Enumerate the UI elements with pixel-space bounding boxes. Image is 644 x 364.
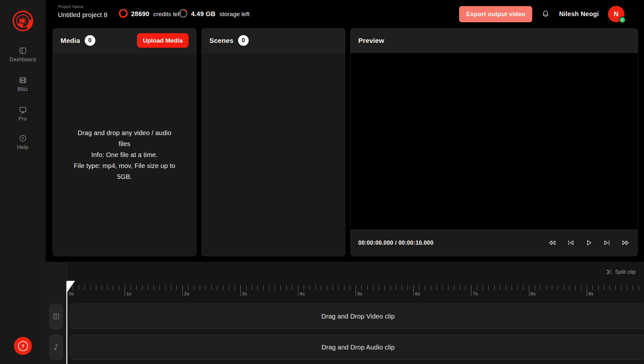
skip-end-button[interactable] <box>603 240 610 246</box>
ruler-tick <box>460 285 460 290</box>
ruler-tick <box>552 285 552 290</box>
video-editor-app: Dashboard Blitz <box>0 0 644 364</box>
ruler-tick <box>615 285 616 290</box>
ruler-tick <box>529 285 529 296</box>
ruler-tick <box>107 285 108 290</box>
rewind-button[interactable] <box>548 240 556 246</box>
ruler-tick <box>563 285 564 290</box>
upload-media-button[interactable]: Upload Media <box>137 33 188 48</box>
ruler-tick <box>96 285 96 290</box>
export-video-button[interactable]: Export output video <box>459 6 532 22</box>
ruler-tick <box>177 285 177 290</box>
question-icon: ? <box>18 341 28 351</box>
ruler-tick <box>165 285 166 290</box>
preview-panel-title: Preview <box>358 37 384 44</box>
sidebar-item-dashboard[interactable]: Dashboard <box>0 46 45 63</box>
notifications-bell-icon[interactable] <box>541 10 550 18</box>
play-button[interactable] <box>585 239 592 246</box>
audio-track-dropzone[interactable]: Drag and Drop Audio clip <box>70 335 644 360</box>
ruler-tick <box>488 285 489 290</box>
fast-forward-button[interactable] <box>621 240 630 246</box>
dropzone-line: Info: One file at a time. <box>72 149 178 160</box>
scenes-panel: Scenes 0 <box>201 28 345 256</box>
sidebar: Dashboard Blitz <box>0 0 45 364</box>
app-logo-icon[interactable] <box>12 10 34 33</box>
ruler-tick <box>344 285 344 290</box>
question-circle-icon: ? <box>19 134 27 143</box>
ruler-tick <box>569 285 570 290</box>
scenes-panel-header: Scenes 0 <box>202 28 345 53</box>
ruler-tick <box>610 285 610 290</box>
storage-meter: 4.49 GB storage left <box>178 0 250 28</box>
ruler-tick <box>419 285 419 290</box>
ruler-tick <box>304 285 304 290</box>
video-track-dropzone[interactable]: Drag and Drop Video clip <box>70 304 644 329</box>
ruler-tick <box>90 285 91 290</box>
ruler-tick <box>361 285 362 290</box>
ruler-label: 9s <box>588 291 593 296</box>
video-clip-icon <box>53 313 60 320</box>
ruler-label: 7s <box>473 291 478 296</box>
ruler-tick <box>275 285 275 290</box>
ruler-tick <box>535 285 535 290</box>
media-dropzone-text: Drag and drop any video / audio files In… <box>72 127 178 182</box>
sidebar-item-label: Blitz <box>17 86 28 92</box>
ruler-tick <box>379 285 379 290</box>
ruler-tick <box>130 285 131 290</box>
ruler-tick <box>431 285 431 290</box>
ruler-tick <box>512 285 512 290</box>
playhead-line[interactable] <box>66 281 67 364</box>
ruler-tick <box>223 285 223 290</box>
ruler-label: 4s <box>300 291 305 296</box>
monitor-icon <box>19 106 27 114</box>
storage-label: storage left <box>219 11 250 18</box>
support-fab-button[interactable]: ? <box>14 337 32 355</box>
ruler-tick <box>385 285 385 290</box>
ruler-tick <box>321 285 321 290</box>
ruler-tick <box>604 285 604 290</box>
scenes-count-badge: 0 <box>238 35 249 46</box>
ruler-tick <box>142 285 142 290</box>
ruler-tick <box>425 285 425 290</box>
media-dropzone[interactable]: Drag and drop any video / audio files In… <box>53 53 196 256</box>
sidebar-item-pro[interactable]: Pro <box>0 106 45 122</box>
sidebar-item-blitz[interactable]: Blitz <box>0 76 45 92</box>
scenes-empty-area <box>202 53 345 256</box>
audio-track-head[interactable]: ♪ <box>50 335 62 360</box>
storage-ring-icon <box>178 9 188 19</box>
ruler-tick <box>350 285 350 290</box>
media-panel-header: Media 0 Upload Media <box>53 28 196 53</box>
preview-panel-header: Preview <box>351 28 638 53</box>
ruler-tick <box>448 285 448 290</box>
project-name-value[interactable]: Untitled project 8 <box>58 11 108 19</box>
ruler-label: 1s <box>126 291 131 296</box>
ruler-tick <box>575 285 575 290</box>
sidebar-item-label: Pro <box>18 116 27 122</box>
ruler-tick <box>581 285 581 290</box>
ruler-tick <box>263 285 264 290</box>
ruler-tick <box>523 285 524 290</box>
ruler-tick <box>182 285 183 296</box>
dashboard-icon <box>19 46 27 55</box>
ruler-tick <box>396 285 396 290</box>
timeline-ruler[interactable]: 0s1s2s3s4s5s6s7s8s9s <box>46 262 644 303</box>
ruler-tick <box>206 285 206 290</box>
project-name-block[interactable]: Project Name Untitled project 8 <box>58 5 108 19</box>
ruler-tick <box>200 285 200 290</box>
user-avatar[interactable]: N ✓ <box>608 6 624 22</box>
ruler-tick <box>592 285 593 290</box>
ruler-tick <box>413 285 414 296</box>
ruler-tick <box>540 285 541 290</box>
dropzone-line: File type: mp4, mov, File size up to 5GB… <box>72 160 178 182</box>
ruler-tick <box>292 285 293 290</box>
ruler-tick <box>188 285 188 290</box>
ruler-tick <box>217 285 217 290</box>
video-track-head[interactable] <box>50 304 62 329</box>
preview-video-viewport[interactable] <box>351 53 638 229</box>
ruler-tick <box>442 285 443 290</box>
ruler-tick <box>633 285 633 290</box>
sidebar-item-help[interactable]: ? Help <box>0 134 45 150</box>
ruler-tick <box>211 285 212 290</box>
ruler-tick <box>338 285 339 290</box>
skip-start-button[interactable] <box>567 240 574 246</box>
